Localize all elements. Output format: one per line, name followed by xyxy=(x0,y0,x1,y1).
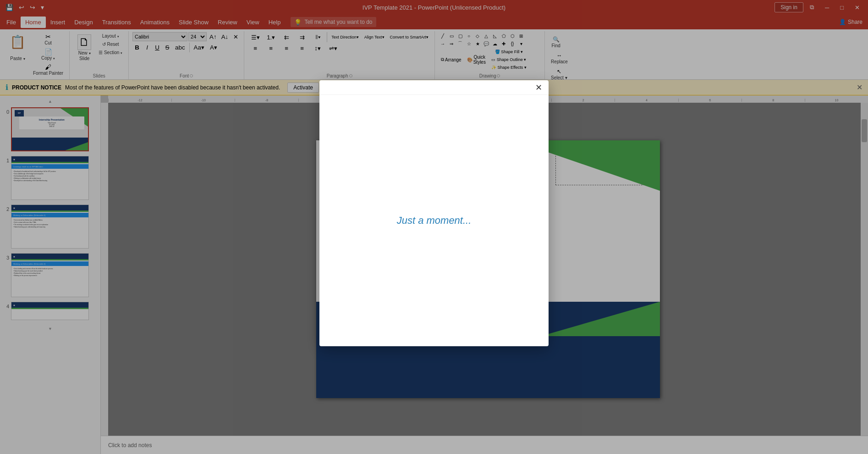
modal-overlay: ✕ Just a moment... xyxy=(0,0,868,454)
modal-message: Just a moment... xyxy=(397,215,472,227)
modal-close-button[interactable]: ✕ xyxy=(533,82,545,94)
modal-titlebar: ✕ xyxy=(319,80,549,95)
loading-modal: ✕ Just a moment... xyxy=(319,80,549,346)
modal-body: Just a moment... xyxy=(319,95,549,346)
